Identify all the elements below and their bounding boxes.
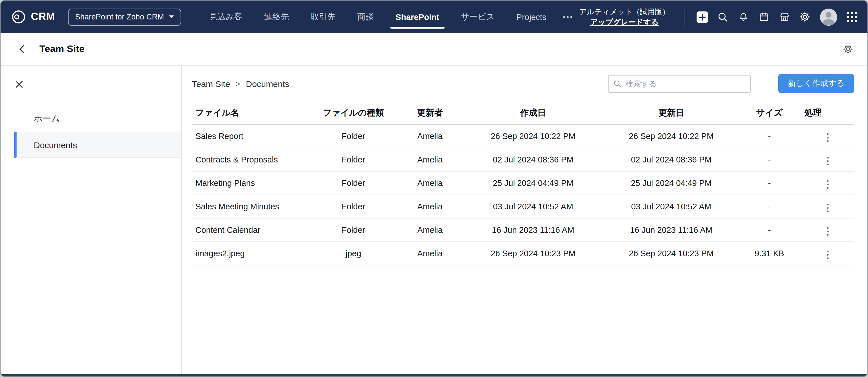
row-actions-kebab-icon[interactable]	[823, 131, 832, 144]
calendar-icon[interactable]	[754, 7, 774, 27]
column-size[interactable]: サイズ	[738, 103, 801, 124]
search-icon[interactable]	[713, 7, 733, 27]
create-new-button[interactable]: 新しく作成する	[778, 74, 854, 93]
search-input[interactable]	[625, 79, 745, 88]
close-icon[interactable]	[14, 80, 24, 89]
topnav-actions: アルティメット（試用版） アップグレードする	[580, 7, 862, 27]
breadcrumb-current: Documents	[246, 79, 289, 88]
sidebar: ホーム Documents	[1, 66, 182, 374]
notifications-bell-icon[interactable]	[733, 7, 754, 27]
upgrade-link[interactable]: アルティメット（試用版） アップグレードする	[580, 7, 670, 27]
apps-grid-icon[interactable]	[842, 7, 862, 27]
page-title: Team Site	[39, 44, 85, 55]
file-modified: 26 Sep 2024 10:22 PM	[604, 124, 738, 148]
tab-deals[interactable]: 商談	[346, 1, 384, 33]
user-avatar[interactable]	[820, 8, 837, 25]
file-modified: 16 Jun 2023 11:16 AM	[604, 218, 738, 241]
plan-label: アルティメット（試用版）	[580, 7, 670, 17]
file-modified-by: Amelia	[398, 148, 461, 171]
sidebar-item-label: ホーム	[34, 113, 60, 124]
row-actions-kebab-icon[interactable]	[823, 154, 832, 168]
sidebar-item-home[interactable]: ホーム	[1, 105, 181, 132]
file-name[interactable]: Content Calendar	[192, 218, 309, 241]
column-created-date[interactable]: 作成日	[461, 103, 604, 124]
file-name[interactable]: Marketing Plans	[192, 171, 309, 195]
file-modified-by: Amelia	[398, 218, 461, 241]
zoho-logo-icon	[11, 9, 26, 25]
page-header: Team Site	[1, 33, 867, 66]
more-tabs-icon[interactable]: •••	[557, 1, 579, 33]
file-created: 26 Sep 2024 10:22 PM	[461, 124, 604, 148]
file-type: Folder	[309, 124, 398, 148]
file-size: -	[738, 195, 801, 218]
file-name[interactable]: Contracts & Proposals	[192, 148, 309, 171]
documents-table: ファイル名 ファイルの種類 更新者 作成日 更新日 サイズ 処理 Sales R…	[192, 103, 854, 265]
row-actions-kebab-icon[interactable]	[823, 201, 832, 214]
tab-accounts[interactable]: 取引先	[300, 1, 346, 33]
chevron-down-icon	[169, 16, 174, 18]
marketplace-icon[interactable]	[774, 7, 795, 27]
page-settings-gear-icon[interactable]	[842, 44, 854, 55]
app-selector-label: SharePoint for Zoho CRM	[75, 12, 164, 21]
table-row[interactable]: Marketing Plans Folder Amelia 25 Jul 202…	[192, 171, 854, 195]
row-actions-kebab-icon[interactable]	[823, 248, 832, 261]
tab-sharepoint[interactable]: SharePoint	[384, 1, 450, 33]
table-row[interactable]: Sales Report Folder Amelia 26 Sep 2024 1…	[192, 124, 854, 148]
file-size: 9.31 KB	[738, 241, 801, 265]
file-type: Folder	[309, 218, 398, 241]
sidebar-item-label: Documents	[34, 140, 77, 150]
file-modified: 26 Sep 2024 10:23 PM	[604, 241, 738, 265]
table-row[interactable]: Contracts & Proposals Folder Amelia 02 J…	[192, 148, 854, 171]
file-modified-by: Amelia	[398, 241, 461, 265]
file-size: -	[738, 124, 801, 148]
window-bottom-edge	[1, 374, 867, 376]
table-row[interactable]: Content Calendar Folder Amelia 16 Jun 20…	[192, 218, 854, 241]
file-name[interactable]: Sales Meeting Minutes	[192, 195, 309, 218]
column-file-type[interactable]: ファイルの種類	[309, 103, 398, 124]
crm-window: CRM SharePoint for Zoho CRM 見込み客 連絡先 取引先…	[0, 0, 868, 377]
file-created: 26 Sep 2024 10:23 PM	[461, 241, 604, 265]
file-size: -	[738, 218, 801, 241]
file-modified-by: Amelia	[398, 171, 461, 195]
file-modified-by: Amelia	[398, 195, 461, 218]
file-created: 02 Jul 2024 08:36 PM	[461, 148, 604, 171]
file-created: 25 Jul 2024 04:49 PM	[461, 171, 604, 195]
file-type: Folder	[309, 195, 398, 218]
divider	[685, 8, 685, 25]
top-navigation-bar: CRM SharePoint for Zoho CRM 見込み客 連絡先 取引先…	[1, 1, 867, 33]
column-actions: 処理	[801, 103, 855, 124]
search-icon	[613, 79, 621, 88]
table-row[interactable]: images2.jpeg jpeg Amelia 26 Sep 2024 10:…	[192, 241, 854, 265]
column-modified-date[interactable]: 更新日	[604, 103, 738, 124]
table-row[interactable]: Sales Meeting Minutes Folder Amelia 03 J…	[192, 195, 854, 218]
table-header-row: ファイル名 ファイルの種類 更新者 作成日 更新日 サイズ 処理	[192, 103, 854, 124]
file-size: -	[738, 171, 801, 195]
file-created: 16 Jun 2023 11:16 AM	[461, 218, 604, 241]
quick-add-button[interactable]	[692, 7, 713, 27]
tab-contacts[interactable]: 連絡先	[253, 1, 300, 33]
file-name[interactable]: Sales Report	[192, 124, 309, 148]
tab-projects[interactable]: Projects	[506, 1, 557, 33]
documents-toolbar: Team Site > Documents 新しく作成する	[192, 74, 854, 93]
file-modified: 02 Jul 2024 08:36 PM	[604, 148, 738, 171]
column-modified-by[interactable]: 更新者	[398, 103, 461, 124]
back-button[interactable]	[17, 44, 28, 55]
module-tabs: 見込み客 連絡先 取引先 商談 SharePoint サービス Projects…	[198, 1, 580, 33]
row-actions-kebab-icon[interactable]	[823, 225, 832, 238]
brand[interactable]: CRM	[11, 9, 55, 25]
breadcrumb: Team Site > Documents	[192, 79, 289, 88]
column-file-name[interactable]: ファイル名	[192, 103, 309, 124]
file-type: jpeg	[309, 241, 398, 265]
breadcrumb-separator-icon: >	[236, 79, 240, 88]
file-modified: 25 Jul 2024 04:49 PM	[604, 171, 738, 195]
file-type: Folder	[309, 171, 398, 195]
upgrade-label: アップグレードする	[580, 17, 670, 27]
row-actions-kebab-icon[interactable]	[823, 178, 832, 191]
breadcrumb-site[interactable]: Team Site	[192, 79, 230, 88]
settings-gear-icon[interactable]	[795, 7, 815, 27]
file-name[interactable]: images2.jpeg	[192, 241, 309, 265]
tab-services[interactable]: サービス	[450, 1, 505, 33]
tab-leads[interactable]: 見込み客	[198, 1, 253, 33]
app-selector-dropdown[interactable]: SharePoint for Zoho CRM	[68, 8, 181, 25]
sidebar-item-documents[interactable]: Documents	[14, 132, 181, 158]
